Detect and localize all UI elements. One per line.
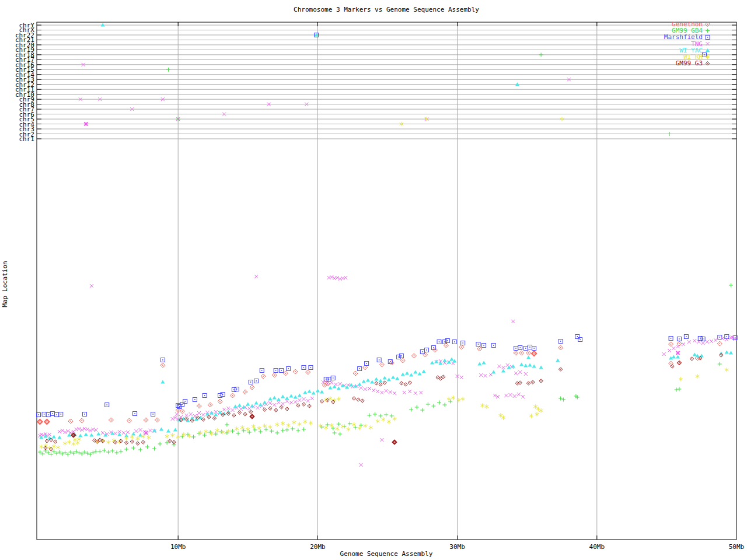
data-point (109, 418, 113, 422)
data-point (280, 369, 284, 373)
data-point (130, 440, 134, 443)
data-point (102, 449, 106, 453)
data-point (438, 362, 442, 365)
data-point (437, 401, 441, 405)
data-point (714, 338, 717, 342)
data-point (366, 379, 370, 382)
data-point (170, 433, 174, 438)
data-point (82, 412, 86, 416)
data-point (669, 342, 673, 346)
legend: GenethonGM99 GB4MarshfieldTNGWI YACWI RH… (664, 20, 710, 67)
data-point (517, 393, 521, 396)
data-point (507, 366, 511, 369)
data-point (208, 402, 212, 407)
data-point (72, 442, 76, 446)
data-point (152, 429, 156, 432)
data-point (378, 379, 382, 383)
data-point (84, 433, 88, 436)
series-wi-rh (39, 368, 728, 450)
data-point (668, 349, 671, 352)
data-point (725, 368, 729, 372)
data-point (358, 383, 362, 386)
data-point (677, 337, 681, 341)
data-point (379, 362, 384, 367)
data-point (52, 444, 56, 449)
data-point (218, 411, 222, 414)
data-point (558, 368, 562, 371)
data-point (302, 428, 306, 432)
data-point (141, 440, 145, 444)
gridlines-layer (178, 22, 597, 540)
data-point (294, 400, 297, 404)
data-point (556, 359, 560, 362)
data-point (254, 379, 259, 383)
data-point (461, 397, 465, 401)
data-point (254, 275, 258, 278)
data-point (281, 429, 285, 433)
data-point (281, 395, 285, 398)
data-point (408, 390, 411, 393)
data-point (578, 338, 582, 342)
data-point (535, 412, 539, 416)
data-point (504, 394, 508, 397)
data-point (50, 412, 54, 416)
data-point (338, 432, 342, 436)
data-point (249, 410, 252, 414)
data-point (514, 346, 518, 351)
data-point (403, 391, 406, 394)
data-point (226, 407, 230, 410)
data-point (414, 391, 417, 395)
chromosome-marker-plot-page: Chromosome 3 Markers vs Genome Sequence … (0, 0, 747, 560)
data-point (238, 404, 242, 407)
data-point (273, 396, 277, 400)
data-point (298, 398, 301, 402)
data-point (165, 434, 169, 439)
data-point (502, 366, 505, 369)
data-point (221, 393, 225, 397)
data-point (338, 382, 342, 386)
data-point (293, 369, 298, 374)
data-point (368, 387, 371, 390)
data-point (376, 419, 380, 424)
data-point (159, 428, 163, 431)
data-point (283, 371, 288, 376)
legend-marker-icon (706, 29, 710, 33)
data-point (119, 450, 123, 454)
data-point (485, 404, 489, 409)
data-point (309, 366, 313, 370)
legend-marker-icon (706, 35, 710, 39)
data-point (400, 382, 403, 385)
data-point (700, 354, 704, 358)
data-point (274, 369, 278, 373)
data-point (676, 355, 680, 359)
data-point (364, 387, 367, 391)
data-point (422, 370, 426, 373)
data-point (676, 345, 680, 348)
data-point (379, 383, 382, 386)
data-point (409, 373, 413, 377)
data-point (302, 402, 305, 406)
data-point (437, 340, 441, 344)
data-point (668, 132, 672, 136)
data-point (483, 374, 487, 377)
data-point (526, 351, 531, 355)
data-point (168, 439, 172, 443)
data-point (173, 428, 177, 432)
data-point (336, 426, 340, 431)
data-point (408, 381, 411, 384)
data-point (729, 336, 732, 340)
data-point (147, 435, 151, 440)
data-point (268, 407, 272, 410)
data-point (347, 427, 351, 432)
data-point (328, 386, 332, 390)
data-point (79, 418, 84, 423)
data-point (717, 341, 722, 346)
data-point (385, 389, 388, 393)
data-point (45, 439, 48, 443)
data-point (183, 400, 187, 404)
data-point (110, 449, 114, 453)
data-point (231, 429, 235, 433)
data-point (98, 450, 102, 454)
data-point (260, 369, 264, 373)
data-point (532, 351, 536, 356)
